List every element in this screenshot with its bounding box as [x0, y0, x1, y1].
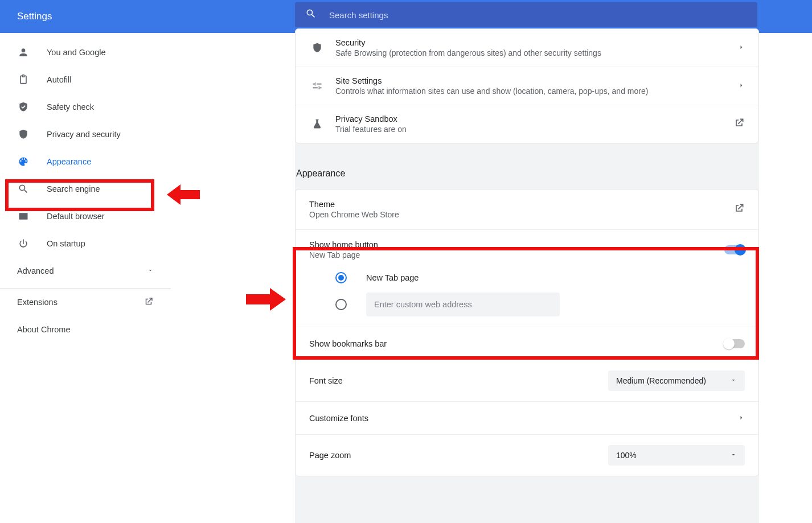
row-subtitle: Trial features are on: [335, 125, 733, 134]
row-customize-fonts[interactable]: Customize fonts: [296, 401, 758, 434]
sidebar-item-privacy-security[interactable]: Privacy and security: [0, 121, 171, 148]
shield-icon: [17, 129, 30, 140]
advanced-label: Advanced: [17, 266, 54, 275]
row-title: Page zoom: [309, 451, 351, 460]
row-page-zoom: Page zoom 100%: [296, 434, 758, 476]
custom-address-input[interactable]: [366, 293, 560, 316]
sidebar-item-search-engine[interactable]: Search engine: [0, 175, 171, 203]
sidebar-item-label: Safety check: [47, 102, 94, 112]
sidebar-item-label: Privacy and security: [47, 130, 121, 139]
home-button-options: New Tab page: [296, 272, 758, 327]
sidebar-item-label: You and Google: [47, 48, 105, 57]
row-title: Privacy Sandbox: [335, 114, 733, 123]
chevron-right-icon: [738, 81, 745, 91]
about-label: About Chrome: [17, 325, 71, 334]
settings-search[interactable]: [295, 2, 757, 27]
extensions-label: Extensions: [17, 298, 58, 307]
sidebar-item-on-startup[interactable]: On startup: [0, 230, 171, 257]
row-subtitle: Safe Browsing (protection from dangerous…: [335, 48, 738, 57]
appearance-card: Theme Open Chrome Web Store Show home bu…: [295, 189, 759, 476]
toggle-show-bookmarks-bar[interactable]: [724, 339, 745, 348]
annotation-arrow-right: [246, 286, 286, 315]
search-input[interactable]: [329, 10, 671, 20]
sidebar-item-default-browser[interactable]: Default browser: [0, 203, 171, 230]
browser-icon: [17, 211, 30, 222]
clipboard-icon: [17, 74, 30, 85]
toggle-show-home-button[interactable]: [724, 245, 745, 254]
radio-row-new-tab[interactable]: New Tab page: [309, 272, 745, 283]
row-show-bookmarks-bar: Show bookmarks bar: [296, 327, 758, 360]
font-size-select[interactable]: Medium (Recommended): [608, 370, 745, 391]
row-title: Security: [335, 38, 738, 47]
annotation-arrow-left: [167, 182, 200, 209]
row-subtitle: Open Chrome Web Store: [309, 210, 399, 219]
row-subtitle: Controls what information sites can use …: [335, 87, 738, 96]
sidebar-extensions[interactable]: Extensions: [0, 289, 171, 316]
row-title: Show bookmarks bar: [309, 339, 387, 348]
chevron-right-icon: [738, 413, 745, 423]
row-title: Font size: [309, 376, 343, 385]
row-title: Customize fonts: [309, 414, 368, 423]
sidebar-item-safety-check[interactable]: Safety check: [0, 93, 171, 121]
radio-label: New Tab page: [366, 273, 419, 282]
appearance-heading: Appearance: [296, 168, 759, 179]
row-theme[interactable]: Theme Open Chrome Web Store: [296, 190, 758, 229]
sidebar-item-label: Default browser: [47, 212, 105, 221]
sidebar-item-label: On startup: [47, 239, 85, 248]
radio-row-custom[interactable]: [309, 293, 745, 316]
flask-icon: [309, 118, 325, 130]
content-area: Security Safe Browsing (protection from …: [295, 33, 759, 523]
sidebar-about-chrome[interactable]: About Chrome: [0, 316, 171, 343]
sliders-icon: [309, 80, 325, 92]
row-privacy-sandbox[interactable]: Privacy Sandbox Trial features are on: [296, 105, 758, 143]
row-font-size: Font size Medium (Recommended): [296, 360, 758, 401]
select-value: 100%: [616, 451, 637, 460]
sidebar-item-appearance[interactable]: Appearance: [0, 148, 171, 175]
select-value: Medium (Recommended): [616, 376, 706, 385]
chevron-down-icon: [730, 376, 737, 385]
external-link-icon: [143, 296, 154, 308]
power-icon: [17, 238, 30, 249]
row-security[interactable]: Security Safe Browsing (protection from …: [296, 29, 758, 67]
palette-icon: [17, 156, 30, 167]
row-site-settings[interactable]: Site Settings Controls what information …: [296, 67, 758, 105]
chevron-down-icon: [147, 266, 154, 275]
row-subtitle: New Tab page: [309, 250, 378, 260]
chevron-right-icon: [738, 43, 745, 53]
privacy-card: Security Safe Browsing (protection from …: [295, 28, 759, 143]
external-link-icon: [733, 117, 745, 131]
radio-unselected-icon: [335, 299, 347, 310]
sidebar-item-autofill[interactable]: Autofill: [0, 66, 171, 93]
sidebar-advanced[interactable]: Advanced: [0, 257, 171, 285]
sidebar-item-label: Autofill: [47, 75, 72, 84]
shield-check-icon: [17, 101, 30, 113]
external-link-icon: [733, 203, 745, 216]
person-icon: [17, 47, 30, 58]
search-icon: [305, 8, 317, 22]
row-show-home-button: Show home button New Tab page: [296, 229, 758, 263]
sidebar: You and Google Autofill Safety check Pri…: [0, 33, 171, 343]
row-title: Site Settings: [335, 76, 738, 85]
row-title: Show home button: [309, 240, 378, 249]
chevron-down-icon: [730, 451, 737, 460]
sidebar-item-you-and-google[interactable]: You and Google: [0, 39, 171, 66]
page-title: Settings: [17, 11, 52, 22]
sidebar-item-label: Appearance: [47, 157, 91, 166]
page-zoom-select[interactable]: 100%: [608, 445, 745, 466]
sidebar-item-label: Search engine: [47, 184, 100, 193]
row-title: Theme: [309, 200, 399, 209]
shield-icon: [309, 42, 325, 53]
radio-selected-icon: [335, 272, 347, 283]
search-icon: [17, 183, 30, 195]
